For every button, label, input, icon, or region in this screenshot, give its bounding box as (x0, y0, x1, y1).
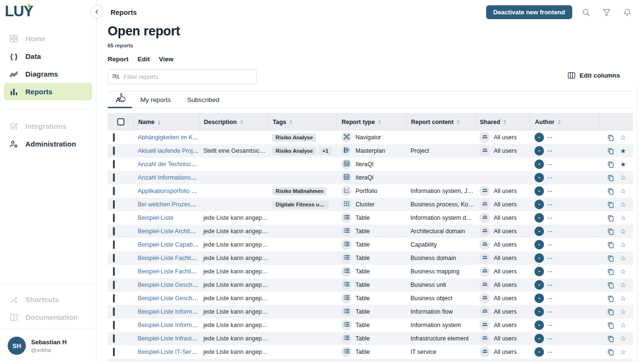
report-name-link[interactable]: Beispiel-Liste Geschäft… (138, 295, 199, 302)
sidebar-item-data[interactable]: { }Data (0, 47, 96, 65)
menu-item-report[interactable]: Report (108, 56, 129, 63)
tab-all[interactable]: All (108, 91, 132, 108)
sidebar-collapse-button[interactable] (90, 5, 103, 18)
report-name-link[interactable]: Beispiel-Liste Geschäft… (138, 282, 199, 288)
tag-pill[interactable]: Risiko Analyse (272, 134, 316, 142)
tag-pill[interactable]: Risiko Maßnahmen (272, 187, 327, 195)
row-checkbox[interactable] (113, 240, 115, 249)
filter-reports-input[interactable] (108, 69, 257, 84)
copy-report-button[interactable] (607, 161, 614, 168)
column-header-tags[interactable]: Tags (268, 113, 337, 131)
copy-report-button[interactable] (607, 228, 614, 235)
notifications-bell-icon[interactable] (623, 8, 632, 17)
row-checkbox[interactable] (113, 133, 115, 142)
copy-report-button[interactable] (607, 215, 614, 222)
report-name-link[interactable]: Abhängigkeiten im Kon… (138, 134, 199, 141)
column-header-author[interactable]: Author (530, 113, 599, 131)
tag-pill[interactable]: Risiko Analyse (272, 147, 316, 155)
row-checkbox[interactable] (113, 173, 115, 182)
favorite-star-button[interactable]: ☆ (620, 322, 626, 328)
column-header-shared[interactable]: Shared (475, 113, 530, 131)
row-checkbox[interactable] (113, 334, 115, 343)
search-icon[interactable] (582, 8, 590, 17)
row-checkbox[interactable] (113, 200, 115, 209)
sidebar-item-reports[interactable]: Reports (4, 83, 92, 101)
favorite-star-button[interactable]: ☆ (620, 335, 626, 342)
favorite-star-button[interactable]: ☆ (620, 215, 626, 221)
row-checkbox[interactable] (113, 160, 115, 169)
report-name-link[interactable]: Anzahl der Technische… (138, 161, 199, 168)
copy-report-button[interactable] (607, 268, 614, 275)
column-header-report-content[interactable]: Report content (406, 113, 475, 131)
report-name-link[interactable]: Anzahl Informationssy… (138, 174, 199, 181)
favorite-star-button[interactable]: ☆ (620, 255, 626, 261)
column-header-description[interactable]: Description (199, 113, 268, 131)
row-checkbox[interactable] (113, 348, 115, 356)
report-name-link[interactable]: Beispiel-Liste Capability (138, 241, 199, 248)
user-profile[interactable]: SH Sebastian H @sebha (0, 329, 96, 362)
favorite-star-button[interactable]: ☆ (620, 174, 626, 181)
report-name-link[interactable]: Aktuell laufende Projek… (138, 147, 199, 154)
sidebar-item-integrations[interactable]: Integrations (0, 117, 96, 135)
copy-report-button[interactable] (607, 255, 614, 262)
row-checkbox[interactable] (113, 227, 115, 236)
favorite-star-button[interactable]: ☆ (620, 188, 626, 194)
favorite-star-button[interactable]: ☆ (620, 349, 626, 355)
sidebar-item-administration[interactable]: Administration (0, 135, 96, 153)
copy-report-button[interactable] (607, 188, 614, 195)
filter-icon[interactable] (602, 8, 611, 17)
report-name-link[interactable]: Beispiel-Liste Informati… (138, 308, 199, 315)
copy-report-button[interactable] (607, 335, 614, 342)
copy-report-button[interactable] (607, 147, 614, 155)
report-name-link[interactable]: Applikationsporfolio Ü… (138, 188, 199, 194)
copy-report-button[interactable] (607, 174, 614, 181)
favorite-star-button[interactable]: ☆ (620, 282, 626, 288)
report-name-link[interactable]: Beispiel-Liste Infrastru… (138, 335, 199, 342)
row-checkbox[interactable] (113, 281, 115, 289)
report-name-link[interactable]: Beispiel-Liste Informati… (138, 322, 199, 328)
row-checkbox[interactable] (113, 187, 115, 195)
favorite-star-button[interactable]: ☆ (620, 228, 626, 235)
copy-report-button[interactable] (607, 201, 614, 208)
sidebar-item-home[interactable]: Home (0, 30, 96, 47)
row-checkbox[interactable] (113, 267, 115, 276)
copy-report-button[interactable] (607, 308, 614, 316)
favorite-star-button[interactable]: ☆ (620, 201, 626, 208)
row-checkbox[interactable] (113, 214, 115, 222)
report-name-link[interactable]: Beispiel-Liste (138, 215, 173, 221)
report-name-link[interactable]: Beispiel-Liste Fachlich… (138, 268, 199, 275)
edit-columns-button[interactable]: Edit columns (567, 71, 620, 79)
deactivate-frontend-button[interactable]: Deactivate new frontend (486, 5, 572, 19)
tag-pill[interactable]: +1 (319, 147, 332, 155)
menu-item-edit[interactable]: Edit (138, 56, 150, 63)
copy-report-button[interactable] (607, 295, 614, 302)
copy-report-button[interactable] (607, 134, 614, 141)
copy-report-button[interactable] (607, 282, 614, 289)
tab-subscribed[interactable]: Subscribed (179, 91, 228, 108)
row-checkbox[interactable] (113, 321, 115, 329)
favorite-star-button[interactable]: ★ (620, 147, 626, 154)
sidebar-item-shortcuts[interactable]: Shortcuts (0, 291, 96, 308)
menu-item-view[interactable]: View (159, 56, 174, 63)
column-header-name[interactable]: Name↓ (133, 113, 199, 131)
row-checkbox[interactable] (113, 307, 115, 316)
report-name-link[interactable]: Bei welchen Prozessen… (138, 201, 199, 208)
row-checkbox[interactable] (113, 147, 115, 155)
luy-logo[interactable]: LUY (0, 0, 96, 22)
copy-report-button[interactable] (607, 241, 614, 249)
scrollbar-track[interactable] (637, 85, 637, 362)
favorite-star-button[interactable]: ☆ (620, 134, 626, 141)
favorite-star-button[interactable]: ★ (620, 161, 626, 168)
report-name-link[interactable]: Beispiel-Liste Architekt… (138, 228, 199, 235)
favorite-star-button[interactable]: ☆ (620, 295, 626, 302)
column-header-report-type[interactable]: Report type (337, 113, 406, 131)
row-checkbox[interactable] (113, 254, 115, 262)
report-name-link[interactable]: Beispiel-Liste Fachlich… (138, 255, 199, 261)
favorite-star-button[interactable]: ☆ (620, 241, 626, 248)
copy-report-button[interactable] (607, 349, 614, 356)
tag-pill[interactable]: Digitale Fitness und Tr… (272, 201, 329, 209)
favorite-star-button[interactable]: ☆ (620, 308, 626, 315)
copy-report-button[interactable] (607, 322, 614, 329)
select-all-checkbox[interactable] (117, 118, 124, 125)
sidebar-item-documentation[interactable]: Documentation (0, 308, 96, 326)
